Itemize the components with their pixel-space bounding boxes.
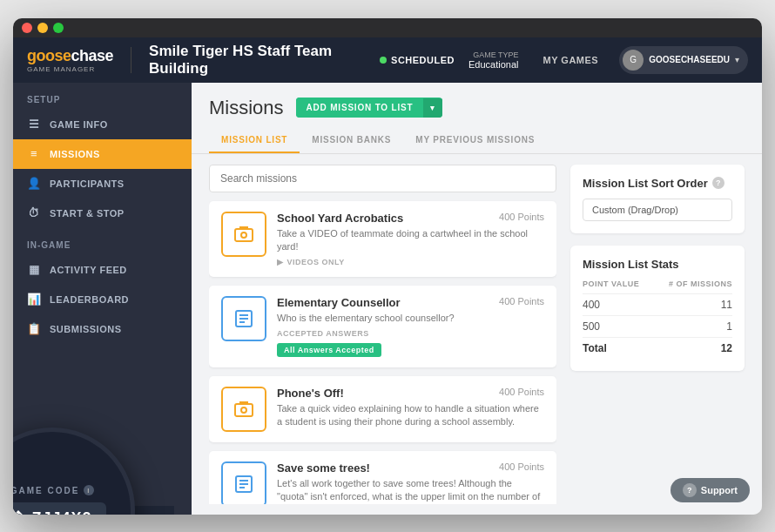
- mission-card: Phone's Off! 400 Points Take a quick vid…: [209, 376, 556, 442]
- submissions-icon: 📋: [27, 322, 41, 336]
- stats-panel: Mission List Stats Point Value # of Miss…: [570, 246, 745, 371]
- support-icon: ?: [683, 483, 697, 497]
- sidebar-item-label: ACTIVITY FEED: [50, 265, 127, 275]
- page-title: Missions: [209, 97, 284, 119]
- stats-title: Mission List Stats: [583, 258, 732, 271]
- status-label: SCHEDULED: [391, 55, 455, 65]
- all-answers-badge: All Answers Accepted: [277, 343, 381, 357]
- user-avatar: G: [623, 50, 644, 71]
- titlebar: [13, 18, 762, 37]
- total-count: 12: [721, 342, 732, 354]
- chevron-down-icon: ▾: [735, 55, 739, 64]
- mission-thumbnail: [221, 461, 266, 504]
- mission-card: Elementary Counsellor 400 Points Who is …: [209, 286, 556, 367]
- app: goosechase Game Manager Smile Tiger HS S…: [13, 37, 762, 515]
- ingame-section-label: In-Game: [13, 228, 192, 255]
- info-icon: i: [84, 485, 94, 495]
- mission-info: Elementary Counsellor 400 Points Who is …: [277, 296, 544, 356]
- diamond-icon: [13, 510, 27, 515]
- missions-icon: ≡: [27, 147, 41, 161]
- tab-mission-list[interactable]: MISSION LIST: [209, 128, 300, 153]
- stat-count: 1: [726, 320, 732, 333]
- mission-info: Phone's Off! 400 Points Take a quick vid…: [277, 387, 544, 429]
- close-button[interactable]: [22, 23, 32, 33]
- sort-order-title: Mission List Sort Order ?: [583, 177, 732, 190]
- nav-divider: [131, 47, 131, 73]
- support-button[interactable]: ? Support: [671, 478, 750, 502]
- participants-icon: 👤: [27, 177, 41, 191]
- add-mission-button[interactable]: ADD MISSION TO LIST ▾: [296, 98, 443, 118]
- mission-info: Save some trees! 400 Points Let's all wo…: [277, 461, 544, 504]
- game-type-label: Game Type: [473, 51, 518, 59]
- mission-desc: Let's all work together to save some tre…: [277, 477, 544, 504]
- stats-row: 400 11: [583, 294, 732, 316]
- stats-total-row: Total 12: [583, 338, 732, 359]
- game-type-value: Educational: [468, 59, 519, 70]
- game-code-text: ZJJ4X2: [31, 509, 91, 515]
- content-area: Missions ADD MISSION TO LIST ▾ MISSION L…: [192, 83, 762, 515]
- tab-mission-banks[interactable]: MISSION BANKS: [300, 128, 403, 153]
- total-label: Total: [583, 342, 607, 354]
- tabs: MISSION LIST MISSION BANKS MY PREVIOUS M…: [192, 128, 762, 154]
- svg-rect-0: [235, 229, 253, 241]
- search-input[interactable]: [209, 165, 556, 192]
- mission-desc: Who is the elementary school counsellor?: [277, 312, 544, 325]
- game-title: Smile Tiger HS Staff Team Building: [149, 43, 366, 77]
- nav-status: SCHEDULED: [380, 55, 455, 65]
- mission-title-row: Elementary Counsellor 400 Points: [277, 296, 544, 309]
- start-stop-icon: ⏱: [27, 206, 41, 220]
- sidebar-item-game-info[interactable]: ☰ GAME INFO: [13, 110, 192, 139]
- mission-title-row: Save some trees! 400 Points: [277, 461, 544, 475]
- stats-header: Point Value # of Missions: [583, 279, 732, 294]
- sidebar-item-label: PARTICIPANTS: [50, 178, 125, 189]
- minimize-button[interactable]: [37, 23, 48, 33]
- setup-section-label: Setup: [13, 83, 192, 110]
- sidebar-item-submissions[interactable]: 📋 SUBMISSIONS: [13, 314, 192, 344]
- maximize-button[interactable]: [53, 23, 64, 33]
- app-window: goosechase Game Manager Smile Tiger HS S…: [13, 18, 762, 515]
- sidebar-item-label: MISSIONS: [50, 149, 100, 159]
- activity-feed-icon: ▦: [27, 263, 41, 277]
- sidebar-item-leaderboard[interactable]: 📊 LEADERBOARD: [13, 285, 192, 314]
- stat-points: 500: [583, 320, 600, 333]
- mission-title-row: Phone's Off! 400 Points: [277, 387, 544, 400]
- mission-points: 400 Points: [499, 387, 544, 397]
- sidebar-item-participants[interactable]: 👤 PARTICIPANTS: [13, 169, 192, 199]
- sidebar-item-activity-feed[interactable]: ▦ ACTIVITY FEED: [13, 255, 192, 285]
- game-code-overlay: GAME CODE i ZJJ4X2: [13, 506, 174, 515]
- mission-card: School Yard Acrobatics 400 Points Take a…: [209, 201, 556, 278]
- add-mission-label: ADD MISSION TO LIST: [296, 98, 424, 118]
- col-missions: # of Missions: [669, 279, 732, 288]
- sidebar-item-label: START & STOP: [50, 208, 125, 219]
- stats-row: 500 1: [583, 316, 732, 338]
- game-code-label: GAME CODE i: [13, 485, 94, 495]
- user-name: GOOSECHASEEDU: [649, 55, 730, 64]
- logo-brand: goosechase: [27, 47, 113, 65]
- logo-sub: Game Manager: [27, 65, 113, 73]
- mission-thumbnail: [221, 296, 266, 341]
- user-menu[interactable]: G GOOSECHASEEDU ▾: [619, 46, 748, 74]
- game-code-value: ZJJ4X2: [13, 502, 106, 515]
- sort-select[interactable]: Custom (Drag/Drop) By Points Alphabetica…: [583, 199, 732, 221]
- mission-card: Save some trees! 400 Points Let's all wo…: [209, 451, 556, 504]
- mission-list: School Yard Acrobatics 400 Points Take a…: [209, 165, 556, 504]
- game-info-icon: ☰: [27, 118, 41, 131]
- help-icon[interactable]: ?: [712, 177, 724, 189]
- mission-name: Elementary Counsellor: [277, 296, 401, 309]
- content-body: School Yard Acrobatics 400 Points Take a…: [192, 154, 762, 515]
- sidebar-item-start-stop[interactable]: ⏱ START & STOP: [13, 199, 192, 228]
- mission-thumbnail: [221, 212, 266, 257]
- logo: goosechase Game Manager: [27, 47, 113, 73]
- sidebar-item-missions[interactable]: ≡ MISSIONS: [13, 139, 192, 169]
- mission-points: 400 Points: [499, 296, 544, 306]
- add-mission-arrow-icon: ▾: [423, 98, 442, 118]
- svg-point-7: [241, 407, 246, 413]
- support-label: Support: [701, 485, 738, 495]
- mission-title-row: School Yard Acrobatics 400 Points: [277, 212, 544, 225]
- my-games-link[interactable]: MY GAMES: [543, 55, 599, 65]
- content-header: Missions ADD MISSION TO LIST ▾: [192, 83, 762, 119]
- tab-my-previous-missions[interactable]: MY PREVIOUS MISSIONS: [403, 128, 547, 153]
- stats-table: Point Value # of Missions 400 11 500 1: [583, 279, 732, 359]
- top-navigation: goosechase Game Manager Smile Tiger HS S…: [13, 37, 762, 83]
- leaderboard-icon: 📊: [27, 293, 41, 306]
